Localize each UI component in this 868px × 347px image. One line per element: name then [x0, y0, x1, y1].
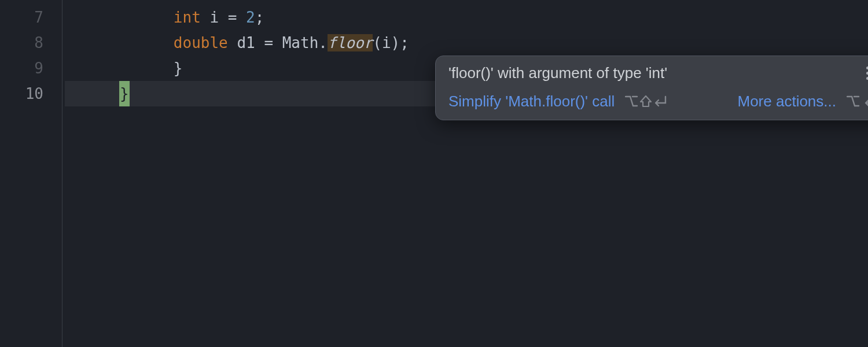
code-area[interactable]: int i = 2; double d1 = Math.floor(i); } … [65, 0, 868, 347]
more-actions-label: More actions... [737, 93, 836, 110]
shortcut-alt-shift-enter [625, 94, 667, 109]
method-call-highlight: floor [328, 34, 373, 51]
line-number: 7 [0, 5, 62, 30]
keyword: int [174, 9, 201, 26]
code-editor[interactable]: 7 8 9 10 int i = 2; double d1 = Math.flo… [0, 0, 868, 347]
simplify-action-label: Simplify 'Math.floor()' call [448, 93, 615, 110]
popup-header: 'floor()' with argument of type 'int' [448, 64, 868, 82]
line-number: 9 [0, 56, 62, 81]
line-number-active: 10 [0, 81, 62, 106]
code-line[interactable]: double d1 = Math.floor(i); [65, 30, 868, 56]
keyword: double [174, 34, 228, 51]
popup-actions: Simplify 'Math.floor()' call [448, 93, 868, 110]
identifier: d1 [237, 34, 255, 51]
brace: } [174, 60, 183, 77]
class-ref: Math [282, 34, 319, 51]
code-line[interactable]: int i = 2; [65, 5, 868, 30]
line-number: 8 [0, 30, 62, 56]
matched-brace: } [119, 81, 130, 106]
more-options-icon[interactable] [860, 65, 868, 82]
inspection-popup: 'floor()' with argument of type 'int' Si… [435, 56, 868, 120]
number-literal: 2 [246, 9, 255, 26]
shortcut-alt-enter [847, 94, 868, 109]
popup-title: 'floor()' with argument of type 'int' [448, 64, 667, 82]
simplify-action[interactable]: Simplify 'Math.floor()' call [448, 93, 667, 110]
more-actions[interactable]: More actions... [737, 93, 868, 110]
gutter: 7 8 9 10 [0, 0, 62, 347]
identifier: i [209, 9, 219, 26]
